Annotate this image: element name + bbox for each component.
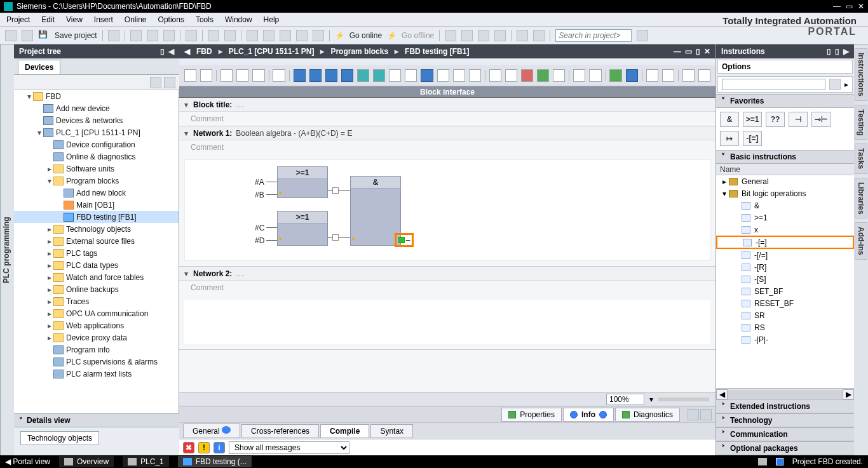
tree-row[interactable]: PLC alarm text lists (14, 368, 179, 380)
tb-icon-4[interactable] (494, 30, 506, 41)
menu-view[interactable]: View (66, 15, 83, 24)
upload-icon[interactable] (263, 30, 275, 41)
et-icon[interactable] (698, 69, 710, 82)
tree-row[interactable]: Add new device (14, 102, 179, 114)
go-online-label[interactable]: Go online (349, 31, 382, 40)
warning-filter-icon[interactable]: ! (198, 442, 210, 453)
et-icon[interactable] (200, 69, 212, 82)
search-go-icon[interactable] (637, 30, 648, 41)
network-2-comment[interactable]: Comment (179, 281, 715, 295)
block-title-comment[interactable]: Comment (179, 112, 715, 126)
et-icon[interactable] (437, 69, 449, 82)
paste-icon[interactable] (163, 30, 175, 41)
instruction-row[interactable]: RS (716, 321, 854, 333)
tree-row[interactable]: Devices & networks (14, 114, 179, 126)
vtab-libraries[interactable]: Libraries (855, 178, 867, 219)
favorite-button[interactable]: & (720, 112, 739, 127)
et-icon[interactable] (589, 69, 601, 82)
tree-row[interactable]: ▸Software units (14, 163, 179, 175)
et-icon[interactable] (389, 69, 401, 82)
favorites-header[interactable]: ˅Favorites (716, 94, 854, 108)
new-project-icon[interactable] (5, 30, 17, 41)
tb-icon-3[interactable] (478, 30, 489, 41)
favorite-button[interactable]: ⊸⊢ (811, 112, 831, 127)
subtab-xref[interactable]: Cross-references (241, 424, 319, 438)
instruction-row[interactable]: x (716, 224, 854, 236)
favorite-button[interactable]: >=1 (743, 112, 762, 127)
editor-canvas[interactable]: ▾Block title:.... Comment ▾Network 1:Boo… (179, 98, 715, 392)
undo-icon[interactable] (208, 30, 219, 41)
tree-row[interactable]: ▾Program blocks (14, 175, 179, 187)
tree-view-icon[interactable] (150, 77, 161, 88)
zoom-input[interactable] (606, 394, 644, 405)
et-icon[interactable] (405, 69, 417, 82)
et-icon[interactable] (521, 69, 533, 82)
et-icon[interactable] (626, 69, 638, 82)
opt-icon[interactable] (829, 79, 841, 90)
et-icon[interactable] (252, 69, 264, 82)
block-interface-bar[interactable]: Block interface (179, 86, 715, 98)
et-icon[interactable] (220, 69, 233, 82)
hscrollbar[interactable]: ◀▶ (716, 388, 854, 399)
instruction-row[interactable]: SET_BF (716, 285, 854, 297)
vtab-tasks[interactable]: Tasks (855, 144, 867, 173)
et-icon[interactable] (325, 69, 337, 82)
hmi-icon[interactable] (313, 30, 324, 41)
tree-row[interactable]: Main [OB1] (14, 199, 179, 211)
et-icon[interactable] (373, 69, 385, 82)
right-layout-icon[interactable]: ▯ (827, 47, 831, 56)
favorite-button[interactable]: ⊣ (789, 112, 808, 127)
subtab-syntax[interactable]: Syntax (370, 424, 413, 438)
instruction-row[interactable]: SR (716, 309, 854, 321)
et-icon[interactable] (236, 69, 248, 82)
output-box[interactable]: – (395, 233, 414, 247)
network-1-header[interactable]: ▾Network 1:Boolean algebra - (A+B)(C+D) … (179, 126, 715, 140)
gate-or-2[interactable]: >=1 (277, 211, 328, 246)
search-input[interactable] (555, 29, 632, 42)
tree-row[interactable]: ▸Watch and force tables (14, 271, 179, 283)
menu-online[interactable]: Online (125, 15, 147, 24)
tree-row[interactable]: Online & diagnostics (14, 150, 179, 163)
tree-row[interactable]: ▸PLC data types (14, 259, 179, 271)
copy-icon[interactable] (147, 30, 158, 41)
instruction-row[interactable]: ▾Bit logic operations (716, 187, 854, 199)
right-layout-icon[interactable]: ▯ (835, 47, 839, 56)
et-icon[interactable] (453, 69, 465, 82)
instruction-row[interactable]: -[/=] (716, 249, 854, 261)
acc-communication[interactable]: ˃Communication (716, 427, 854, 441)
et-icon[interactable] (505, 69, 517, 82)
tab-info[interactable]: Info (563, 408, 614, 422)
details-header[interactable]: ˅Details view (14, 413, 179, 427)
instruction-row[interactable]: & (716, 199, 854, 211)
collapse-left-icon[interactable]: ◀ (168, 47, 174, 56)
zoom-dropdown-icon[interactable]: ▾ (649, 395, 653, 404)
crumb-1[interactable]: PLC_1 [CPU 1511-1 PN] (229, 47, 315, 56)
et-icon[interactable] (469, 69, 481, 82)
crumb-collapse-icon[interactable]: ◀ (184, 47, 190, 56)
network-2-header[interactable]: ▾Network 2:.... (179, 267, 715, 281)
tree-row[interactable]: ▸Online backups (14, 283, 179, 295)
info-filter-icon[interactable]: i (214, 442, 225, 453)
crumb-0[interactable]: FBD (196, 47, 212, 56)
gate-and[interactable]: & (350, 176, 401, 246)
et-icon[interactable] (489, 69, 501, 82)
subtab-compile[interactable]: Compile (320, 424, 369, 438)
close-icon[interactable]: ✕ (858, 2, 864, 11)
zoom-slider[interactable] (658, 398, 709, 401)
acc-technology[interactable]: ˃Technology (716, 413, 854, 427)
acc-optional[interactable]: ˃Optional packages (716, 441, 854, 455)
favorite-button[interactable]: ↦ (720, 131, 739, 146)
error-filter-icon[interactable]: ✖ (183, 442, 194, 453)
block-title-header[interactable]: ▾Block title:.... (179, 98, 715, 112)
et-icon[interactable] (646, 69, 658, 82)
instruction-row[interactable]: RESET_BF (716, 297, 854, 309)
editor-close-icon[interactable]: ✕ (704, 47, 710, 56)
tree-row[interactable]: ▾FBD (14, 90, 179, 102)
open-project-icon[interactable] (22, 30, 33, 41)
footer-tab-fbd[interactable]: FBD testing (... (178, 456, 252, 467)
editor-restore-icon[interactable]: ▭ (685, 47, 692, 56)
vtab-testing[interactable]: Testing (855, 105, 867, 140)
compile-icon[interactable] (280, 30, 291, 41)
editor-max-icon[interactable]: ▯ (696, 47, 700, 56)
cut-icon[interactable] (130, 30, 142, 41)
